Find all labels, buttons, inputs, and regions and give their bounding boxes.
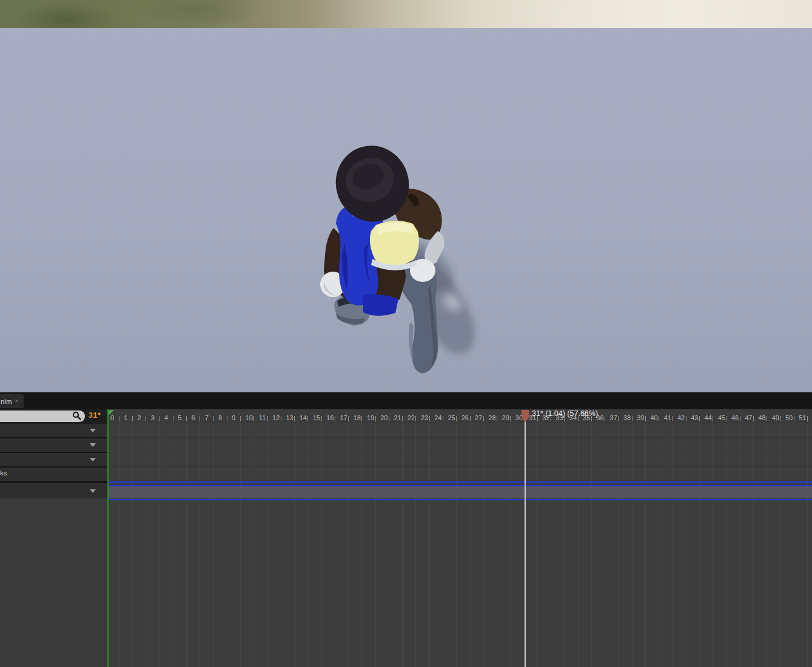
animation-timeline-panel: nim × 31* ks 0123456789101112131415161 — [0, 392, 812, 667]
ruler-tick — [632, 416, 632, 421]
ruler-tick — [402, 416, 403, 421]
frame-gridline — [132, 423, 133, 667]
frame-gridline — [443, 423, 443, 667]
track-border-top — [107, 481, 812, 483]
ruler-frame-label: 42 — [677, 414, 685, 421]
ruler-frame-label: 46 — [731, 414, 739, 421]
ruler-frame-label: 8 — [218, 414, 222, 421]
ruler-tick — [429, 416, 430, 421]
frame-gridline — [726, 423, 726, 667]
ruler-tick — [132, 416, 133, 421]
frame-gridline — [294, 423, 295, 667]
ruler-frame-label: 40 — [650, 414, 657, 421]
frame-gridline — [591, 423, 592, 667]
ruler-tick — [618, 416, 619, 421]
ruler-tick — [497, 416, 497, 421]
frame-gridline — [389, 423, 389, 667]
ruler-tick — [794, 416, 794, 421]
selected-track-lane[interactable] — [107, 486, 812, 498]
character-preview — [309, 140, 491, 383]
timeline-area[interactable]: 0123456789101112131415161718192021222324… — [107, 409, 812, 667]
frame-gridline — [578, 423, 579, 667]
character-bib — [370, 221, 419, 270]
frame-gridline — [753, 423, 754, 667]
ruler-tick — [510, 416, 511, 421]
frame-gridline — [551, 423, 551, 667]
ruler-tick — [767, 416, 767, 421]
ruler-tick — [159, 416, 160, 421]
ruler-tick — [686, 416, 686, 421]
character-left-arm — [324, 228, 341, 279]
ruler-tick — [200, 416, 200, 421]
ruler-frame-label: 5 — [178, 414, 181, 421]
ruler-tick — [213, 416, 214, 421]
frame-gridline — [361, 423, 362, 667]
ruler-frame-label: 10 — [246, 414, 253, 421]
ruler-frame-label: 45 — [718, 414, 725, 421]
ruler-tick — [335, 416, 335, 421]
frame-gridline — [497, 423, 497, 667]
frame-gridline — [780, 423, 781, 667]
ruler-tick — [456, 416, 457, 421]
ruler-frame-label: 15 — [313, 414, 320, 421]
ruler-tick — [227, 416, 227, 421]
lane-separator — [107, 452, 812, 452]
chevron-down-icon — [90, 443, 96, 447]
track-row-5[interactable] — [0, 483, 107, 498]
ruler-tick — [605, 416, 605, 421]
track-row-label: ks — [0, 469, 7, 477]
ruler-tick — [807, 416, 808, 421]
tab-close-icon[interactable]: × — [15, 398, 19, 404]
ruler-tick — [240, 416, 241, 421]
lane-separator — [107, 466, 812, 467]
ruler-tick — [659, 416, 659, 421]
frame-gridline — [483, 423, 484, 667]
ruler-frame-label: 47 — [745, 414, 752, 421]
ruler-frame-label: 0 — [110, 414, 114, 421]
frame-gridline — [159, 423, 160, 667]
frame-gridline — [429, 423, 430, 667]
frame-gridline — [281, 423, 281, 667]
ruler-frame-label: 37 — [610, 414, 617, 421]
track-row-2[interactable] — [0, 438, 107, 452]
ruler-frame-label: 13 — [286, 414, 293, 421]
ruler-frame-label: 51 — [799, 414, 806, 421]
animation-viewport[interactable] — [0, 28, 812, 392]
track-row-3[interactable] — [0, 453, 107, 466]
track-row-1[interactable] — [0, 424, 107, 437]
frame-gridline — [253, 423, 254, 667]
frame-gridline — [672, 423, 673, 667]
ruler-frame-label: 11 — [259, 414, 266, 421]
ruler-frame-label: 25 — [448, 414, 455, 421]
frame-gridline — [240, 423, 241, 667]
ruler-frame-label: 23 — [421, 414, 428, 421]
ruler-tick — [713, 416, 713, 421]
ruler-tick — [267, 416, 268, 421]
frame-gridline — [348, 423, 349, 667]
ruler-tick — [780, 416, 781, 421]
ruler-frame-label: 26 — [461, 414, 469, 421]
ruler-tick — [753, 416, 754, 421]
ruler-frame-label: 16 — [326, 414, 334, 421]
ruler-tick — [740, 416, 740, 421]
frame-gridline — [659, 423, 659, 667]
timeline-ruler[interactable]: 0123456789101112131415161718192021222324… — [107, 409, 812, 423]
frame-gridline — [645, 423, 646, 667]
ruler-frame-label: 2 — [138, 414, 141, 421]
frame-gridline — [618, 423, 619, 667]
frame-gridline — [794, 423, 794, 667]
ruler-frame-label: 3 — [151, 414, 155, 421]
ruler-tick — [119, 416, 119, 421]
ruler-frame-label: 49 — [772, 414, 779, 421]
ruler-frame-label: 14 — [300, 414, 307, 421]
playhead-label: 31* (1.04) (57.66%) — [532, 409, 598, 418]
ruler-tick — [443, 416, 443, 421]
ruler-tick — [348, 416, 349, 421]
asset-tab[interactable]: nim × — [0, 394, 24, 408]
background-photo-strip — [0, 0, 812, 28]
track-row-tracks[interactable]: ks — [0, 468, 107, 481]
ruler-frame-label: 17 — [340, 414, 347, 421]
ruler-tick — [375, 416, 376, 421]
frame-gridline — [632, 423, 632, 667]
current-frame-badge: 31* — [89, 411, 101, 420]
